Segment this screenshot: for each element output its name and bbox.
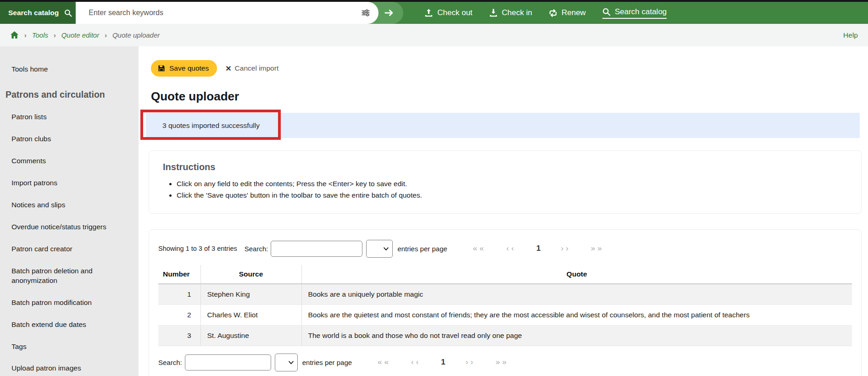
quote-text-cell[interactable]: Books are a uniquely portable magic	[301, 284, 852, 305]
nav-check-out[interactable]: Check out	[424, 8, 473, 17]
nav-search-catalog-label: Search catalog	[615, 7, 667, 17]
arrow-right-icon	[384, 8, 394, 18]
column-header-quote[interactable]: Quote	[301, 265, 852, 284]
pagination-current-page: 1	[536, 244, 540, 253]
import-message-zone: 3 quotes imported successfully	[149, 113, 862, 138]
sidebar-item-patron-lists[interactable]: Patron lists	[11, 106, 130, 128]
page-toolbar: Save quotes ✕ Cancel import	[151, 60, 862, 77]
catalog-search-input[interactable]	[88, 8, 358, 17]
table-row: 2 Charles W. Eliot Books are the quietes…	[158, 304, 852, 325]
table-search-input[interactable]	[271, 241, 362, 257]
quote-text-cell[interactable]: Books are the quietest and most constant…	[301, 304, 852, 325]
pagination-prev-button[interactable]: ‹‹	[411, 358, 421, 367]
quote-source-cell[interactable]: Stephen King	[200, 284, 301, 305]
entries-per-page-label: entries per page	[302, 359, 352, 366]
pagination-last-button[interactable]: »»	[591, 244, 604, 253]
nav-check-out-label: Check out	[437, 8, 473, 17]
search-catalog-tab[interactable]: Search catalog	[0, 2, 84, 24]
sidebar-item-import-patrons[interactable]: Import patrons	[11, 172, 130, 194]
pagination-top: «« ‹‹ 1 ›› »»	[473, 244, 604, 253]
upload-tray-icon	[424, 9, 433, 17]
sidebar-item-overdue-triggers[interactable]: Overdue notice/status triggers	[11, 216, 130, 238]
table-summary: Showing 1 to 3 of 3 entries	[158, 245, 237, 252]
nav-search-catalog[interactable]: Search catalog	[602, 7, 667, 19]
pagination-next-button[interactable]: ››	[561, 244, 571, 253]
save-quotes-label: Save quotes	[169, 64, 209, 72]
pagination-first-button[interactable]: ««	[473, 244, 486, 253]
search-catalog-tab-label: Search catalog	[8, 9, 59, 17]
table-controls-bottom: Search: entries per page «« ‹‹ 1 ›› »»	[158, 354, 852, 371]
breadcrumb-tools[interactable]: Tools	[32, 31, 48, 39]
sidebar-item-tools-home[interactable]: Tools home	[11, 58, 130, 80]
quote-source-cell[interactable]: Charles W. Eliot	[200, 304, 301, 325]
instruction-item: Click the 'Save quotes' button in the to…	[177, 190, 847, 200]
instructions-list: Click on any field to edit the contents;…	[163, 179, 847, 201]
table-row: 3 St. Augustine The world is a book and …	[158, 325, 852, 346]
top-navigation: Check out Check in Renew	[424, 7, 667, 19]
instructions-panel: Instructions Click on any field to edit …	[149, 150, 862, 214]
chevron-down-icon	[383, 246, 389, 252]
chevron-down-icon	[288, 359, 294, 365]
sidebar-item-comments[interactable]: Comments	[11, 150, 130, 172]
quotes-table-panel: Showing 1 to 3 of 3 entries Search: entr…	[149, 229, 862, 376]
table-header-row: Number Source Quote	[158, 265, 852, 284]
entries-per-page-select[interactable]	[366, 240, 393, 258]
pagination-prev-button[interactable]: ‹‹	[506, 244, 516, 253]
quote-number-cell: 1	[158, 284, 200, 305]
cancel-import-button[interactable]: ✕ Cancel import	[225, 64, 278, 73]
quote-source-cell[interactable]: St. Augustine	[200, 325, 301, 346]
nav-renew-label: Renew	[562, 8, 586, 17]
floppy-disk-icon	[158, 65, 165, 72]
column-header-number[interactable]: Number	[158, 265, 200, 284]
sidebar-item-notices-and-slips[interactable]: Notices and slips	[11, 194, 130, 216]
pagination-first-button[interactable]: ««	[378, 358, 391, 367]
table-search-label: Search:	[245, 245, 268, 253]
help-link[interactable]: Help	[843, 31, 858, 39]
table-search-input-bottom[interactable]	[185, 354, 271, 370]
breadcrumb-quote-editor[interactable]: Quote editor	[61, 31, 100, 39]
main-content: Save quotes ✕ Cancel import Quote upload…	[139, 46, 868, 376]
table-row: 1 Stephen King Books are a uniquely port…	[158, 284, 852, 305]
quote-number-cell: 3	[158, 325, 200, 346]
catalog-search-field	[76, 2, 378, 24]
breadcrumb-separator: ›	[54, 32, 56, 39]
cancel-import-label: Cancel import	[235, 64, 279, 72]
x-mark-icon: ✕	[225, 64, 231, 73]
nav-check-in-label: Check in	[502, 8, 532, 17]
breadcrumb-current-page: Quote uploader	[112, 31, 160, 39]
sliders-icon[interactable]	[361, 8, 370, 17]
sidebar-item-patron-card-creator[interactable]: Patron card creator	[11, 238, 130, 260]
quote-text-cell[interactable]: The world is a book and those who do not…	[301, 325, 852, 346]
topbar: Search catalog	[0, 2, 868, 24]
magnifier-icon	[602, 8, 611, 16]
breadcrumb: › Tools › Quote editor › Quote uploader …	[0, 24, 868, 46]
breadcrumb-separator: ›	[105, 32, 107, 39]
pagination-current-page: 1	[441, 358, 445, 367]
download-tray-icon	[489, 9, 498, 17]
pagination-next-button[interactable]: ››	[466, 358, 475, 367]
table-controls-top: Showing 1 to 3 of 3 entries Search: entr…	[158, 240, 852, 258]
entries-per-page-label: entries per page	[397, 245, 447, 253]
quote-number-cell: 2	[158, 304, 200, 325]
nav-renew[interactable]: Renew	[549, 8, 586, 17]
house-icon[interactable]	[10, 31, 19, 39]
sidebar-item-patron-clubs[interactable]: Patron clubs	[11, 128, 130, 150]
instructions-title: Instructions	[163, 162, 847, 172]
page-title: Quote uploader	[151, 89, 862, 104]
pagination-last-button[interactable]: »»	[495, 358, 509, 367]
quotes-table: Number Source Quote 1 Stephen King Books…	[158, 265, 852, 346]
sidebar-item-batch-patron-deletion[interactable]: Batch patron deletion and anonymization	[11, 260, 130, 292]
tools-sidebar: Tools home Patrons and circulation Patro…	[0, 46, 139, 376]
entries-per-page-select-bottom[interactable]	[275, 354, 298, 371]
column-header-source[interactable]: Source	[200, 265, 301, 284]
save-quotes-button[interactable]: Save quotes	[151, 60, 217, 77]
sidebar-item-batch-patron-modification[interactable]: Batch patron modification	[11, 292, 130, 314]
magnifier-icon	[64, 9, 72, 17]
sidebar-item-upload-patron-images[interactable]: Upload patron images	[11, 358, 130, 376]
pagination-bottom: «« ‹‹ 1 ›› »»	[378, 358, 509, 367]
nav-check-in[interactable]: Check in	[489, 8, 532, 17]
sidebar-item-batch-extend-due-dates[interactable]: Batch extend due dates	[11, 314, 130, 336]
sidebar-item-tags[interactable]: Tags	[11, 336, 130, 358]
instruction-item: Click on any field to edit the contents;…	[177, 179, 847, 189]
import-success-message: 3 quotes imported successfully	[146, 113, 860, 138]
